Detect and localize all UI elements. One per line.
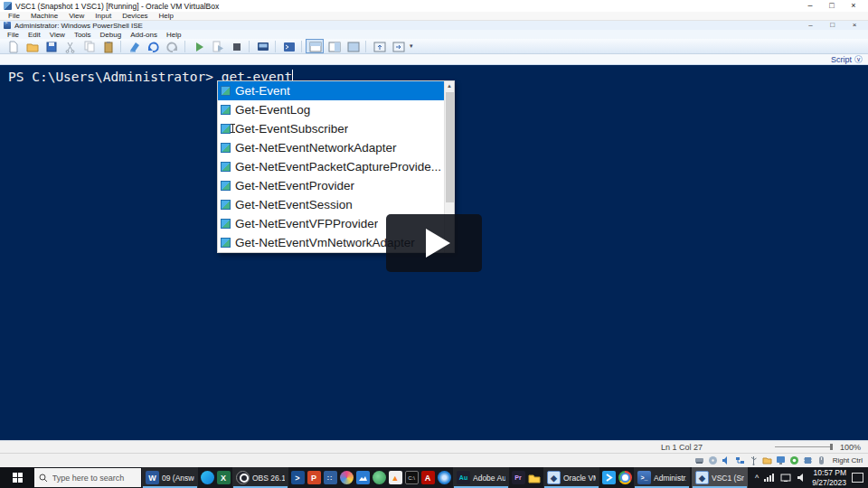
maximize-button[interactable]: □ [821, 0, 843, 12]
taskbar-app-paint[interactable] [338, 467, 354, 488]
copy-button[interactable] [80, 39, 98, 53]
shared-folders-icon[interactable] [762, 455, 772, 465]
cut-button[interactable] [61, 39, 79, 53]
premiere-icon: Pr [512, 471, 525, 484]
start-button[interactable] [0, 467, 34, 488]
paint-icon [340, 471, 354, 484]
display-tray-icon[interactable] [780, 474, 791, 483]
zoom-slider-thumb[interactable] [830, 444, 833, 450]
taskbar-app-audition[interactable]: AuAdobe Au... [453, 467, 509, 488]
script-pane-up-button[interactable] [370, 39, 388, 53]
stop-operation-button[interactable] [227, 39, 245, 53]
zoom-slider[interactable] [775, 446, 833, 447]
display-icon[interactable] [776, 455, 786, 465]
volume-icon[interactable] [797, 473, 807, 483]
taskbar-app-powerpoint[interactable]: P [306, 467, 322, 488]
new-script-button[interactable] [4, 39, 22, 53]
vbox-menu-input[interactable]: Input [90, 12, 116, 20]
intellisense-item[interactable]: Get-EventSubscriber [218, 119, 444, 138]
intellisense-item[interactable]: Get-NetEventProvider [218, 176, 444, 195]
clear-console-button[interactable] [125, 39, 143, 53]
open-script-button[interactable] [23, 39, 41, 53]
ise-minimize-button[interactable]: – [801, 21, 821, 30]
taskbar-app-disc[interactable] [436, 467, 452, 488]
taskbar-app-green[interactable] [371, 467, 387, 488]
ise-menu-file[interactable]: File [3, 31, 24, 39]
intellisense-item[interactable]: Get-NetEventPacketCaptureProvide... [218, 157, 444, 176]
script-pane-side-button[interactable] [389, 39, 407, 53]
taskbar-search[interactable] [34, 468, 141, 487]
ise-menu-addons[interactable]: Add-ons [126, 31, 162, 39]
intellisense-item[interactable]: Get-NetEventNetworkAdapter [218, 138, 444, 157]
clock[interactable]: 10:57 PM 9/27/2023 [812, 468, 846, 487]
new-remote-powershell-tab-button[interactable] [253, 39, 271, 53]
ise-menu-tools[interactable]: Tools [70, 31, 96, 39]
audio-icon[interactable] [722, 455, 731, 465]
script-expand-chevron-icon[interactable]: ∨ [854, 55, 863, 63]
show-script-pane-maximized-button[interactable] [344, 39, 362, 53]
taskbar-app-vlc[interactable]: ▲ [387, 467, 403, 488]
taskbar-app-obs[interactable]: OBS 26.1.0... [232, 467, 288, 488]
features-icon[interactable] [803, 455, 813, 465]
network-icon[interactable] [764, 473, 775, 483]
taskbar-app-vm-vsc1[interactable]: ◆VSC1 (Sna... [692, 467, 748, 488]
recording-icon[interactable] [789, 455, 799, 465]
vbox-menu-view[interactable]: View [64, 12, 89, 20]
run-selection-button[interactable] [208, 39, 226, 53]
toolbar-overflow-arrow[interactable]: ▾ [408, 42, 415, 50]
ise-menu-edit[interactable]: Edit [24, 31, 45, 39]
vbox-menu-help[interactable]: Help [155, 12, 178, 20]
redo-button[interactable] [163, 39, 181, 53]
taskbar-app-edge[interactable] [199, 467, 215, 488]
save-button[interactable] [42, 39, 60, 53]
intellisense-item[interactable]: Get-NetEventSession [218, 195, 444, 214]
taskbar-app-powershell-ise[interactable]: >_Administr... [634, 467, 690, 488]
taskbar-app-word[interactable]: W09 (Answe... [142, 467, 198, 488]
taskbar-app-file-explorer[interactable] [526, 467, 542, 488]
minimize-button[interactable]: – [799, 0, 821, 12]
scrollbar-thumb[interactable] [446, 92, 454, 202]
audition-icon: Au [457, 471, 470, 484]
ise-menu-view[interactable]: View [45, 31, 70, 39]
intellisense-item[interactable]: Get-EventLog [218, 100, 444, 119]
action-center-icon[interactable] [852, 473, 863, 483]
taskbar-app-acrobat[interactable]: A [420, 467, 436, 488]
vbox-menu-devices[interactable]: Devices [118, 12, 152, 20]
taskbar-app-chrome[interactable] [617, 467, 633, 488]
tray-chevron-up-icon[interactable]: ^ [755, 474, 759, 483]
taskbar-app-cmd[interactable]: C:\ [403, 467, 420, 488]
usb-icon[interactable] [749, 455, 759, 465]
optical-disk-icon[interactable] [708, 455, 718, 465]
hard-disk-icon[interactable] [694, 455, 704, 465]
show-script-pane-top-button[interactable] [306, 39, 324, 53]
scrollbar-up-arrow-icon[interactable]: ▲ [445, 81, 454, 91]
show-script-pane-right-button[interactable] [325, 39, 343, 53]
run-script-button[interactable] [189, 39, 207, 53]
mouse-integration-icon[interactable] [816, 455, 826, 465]
vbox-menu-machine[interactable]: Machine [26, 12, 62, 20]
ise-maximize-button[interactable]: □ [823, 21, 843, 30]
taskbar-app-virtualbox[interactable]: ◆Oracle VM... [543, 467, 599, 488]
ise-menu-debug[interactable]: Debug [96, 31, 127, 39]
undo-button[interactable] [144, 39, 162, 53]
ise-menu-help[interactable]: Help [162, 31, 185, 39]
taskbar-app-photos[interactable] [354, 467, 371, 488]
taskbar-app-calculator[interactable]: :: [322, 467, 338, 488]
vbox-menu-file[interactable]: File [4, 12, 24, 20]
script-pane-up-icon [373, 40, 386, 53]
search-input[interactable] [51, 473, 137, 483]
taskbar-app-excel[interactable]: X [215, 467, 231, 488]
ise-titlebar: Administrator: Windows PowerShell ISE – … [0, 21, 868, 30]
close-button[interactable]: × [843, 0, 864, 12]
video-play-overlay[interactable] [386, 214, 482, 272]
powershell-console[interactable]: PS C:\Users\Administrator> get-event Get… [0, 65, 868, 440]
taskbar-app-premiere[interactable]: Pr [510, 467, 526, 488]
intellisense-item[interactable]: Get-Event [218, 81, 444, 100]
network-icon[interactable] [735, 455, 745, 465]
new-script-icon [6, 40, 20, 53]
taskbar-app-powershell[interactable]: > [289, 467, 306, 488]
taskbar-app-vscode[interactable] [600, 467, 617, 488]
ise-close-button[interactable]: × [844, 21, 864, 30]
start-powershell-button[interactable] [279, 39, 297, 53]
paste-button[interactable] [99, 39, 117, 53]
